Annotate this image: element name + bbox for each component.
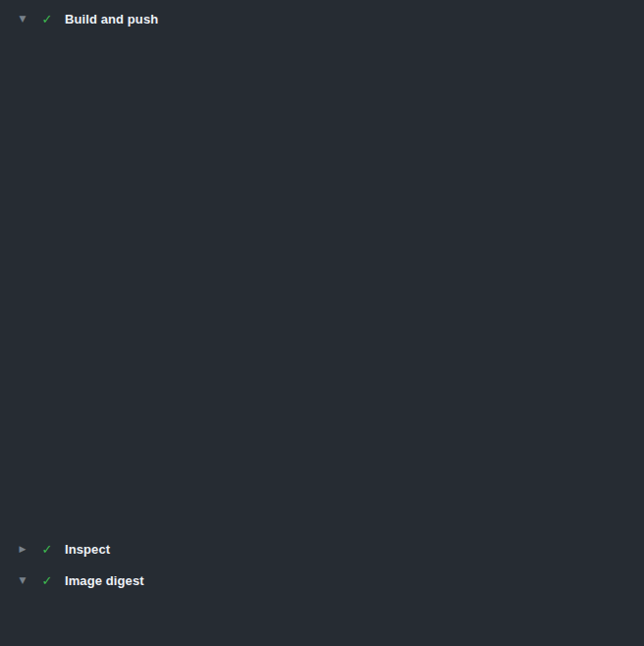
check-icon: ✓ [40,542,54,557]
log-line: 1 ▶Run echo sha256:e7ff8834a5963a2785c5a… [0,600,644,618]
log-section-inspect: ▶ ✓ Inspect [0,536,644,562]
log-line: 22 #1 [internal] load .dockerignore [0,195,644,213]
section-header[interactable]: ▼ ✓ Build and push [0,6,644,31]
log-line: 35 #4 unpacking docker.io/library/alpine… [0,422,644,440]
section-title: Inspect [65,542,110,557]
log-line: 34 #4 sha256:185518070891758909c9f839cf4… [0,404,644,422]
log-line: 27 #3 DONE 0.4s [0,283,644,300]
log-line: 16 Starting build... [0,90,644,108]
section-header[interactable]: ▶ ✓ Inspect [0,536,644,562]
log-line: 32 #4 sha256:df20fa9351a15782c64e6dddb2d… [0,369,644,387]
log-line: 14 Using builder instance builder-single… [0,56,644,74]
check-icon: ✓ [40,573,54,588]
check-icon: ✓ [40,12,54,27]
log-line: 31 #4 sha256:a15790640a6690aa1730c38cf0a… [0,352,644,370]
log-line: 1 ▶Run ./ [0,38,644,56]
log-line: 28 [0,299,644,317]
log-line: 36 #4 unpacking docker.io/library/alpine… [0,439,644,457]
chevron-right-icon[interactable]: ▶ [17,544,28,554]
log-line: 38 [0,474,644,492]
section-title: Image digest [65,573,144,588]
log-line: 40 #5 0.060 Hello world! [0,509,644,526]
log-line: 15 /usr/bin/docker buildx use --builder … [0,74,644,91]
log-sections: ▼ ✓ Build and push 1 ▶Run ./ 14 Using bu… [0,6,644,635]
section-title: Build and push [65,12,158,27]
section-header[interactable]: ▼ ✓ Image digest [0,567,644,593]
log-line: 33 #4 sha256:a24bb4013296f61e89ba57005a7… [0,387,644,404]
log-line: 23 #1 transferring context: 2B 0.0s done [0,213,644,231]
log-line: 18 #2 [internal] load build definition f… [0,126,644,143]
log-section-image-digest: ▼ ✓ Image digest 1 ▶Run echo sha256:e7ff… [0,567,644,635]
workflow-log-viewer: ▼ ✓ Build and push 1 ▶Run ./ 14 Using bu… [0,0,644,646]
log-section-build-and-push: ▼ ✓ Build and push 1 ▶Run ./ 14 Using bu… [0,6,644,526]
chevron-down-icon[interactable]: ▼ [17,575,28,585]
log-line: 39 #5 [2/2] RUN echo "Hello world!" [0,492,644,510]
log-line: 30 #4 resolve docker.io/library/alpine@s… [0,335,644,352]
log-line: 29 #4 [1/2] FROM docker.io/library/alpin… [0,317,644,335]
section-body: 1 ▶Run ./ 14 Using builder instance buil… [0,31,644,526]
chevron-down-icon[interactable]: ▼ [17,14,28,24]
log-line: 25 [0,247,644,265]
log-line: 4 sha256:e7ff8834a5963a2785c5a0811e979d1… [0,618,644,635]
log-line: 24 #1 DONE 0.0s [0,230,644,247]
log-line: 17 /usr/bin/docker buildx build --tag lo… [0,108,644,126]
log-line: 21 [0,178,644,195]
log-line: 37 #4 DONE 0.4s [0,457,644,474]
log-line: 26 #3 [internal] load metadata for docke… [0,265,644,283]
log-line: 19 #2 transferring dockerfile: 74B 0.0s … [0,143,644,161]
section-body: 1 ▶Run echo sha256:e7ff8834a5963a2785c5a… [0,593,644,635]
log-line: 20 #2 DONE 0.0s [0,160,644,178]
